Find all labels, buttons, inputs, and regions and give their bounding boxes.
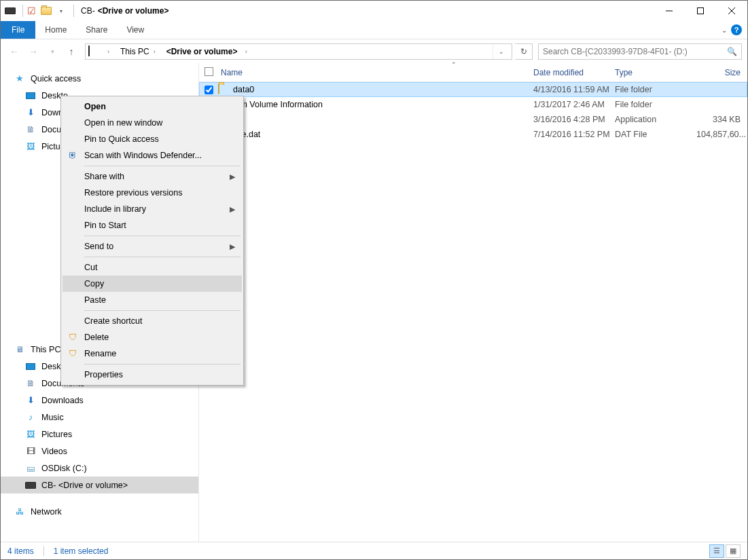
ctx-scan-defender[interactable]: ⛨Scan with Windows Defender...: [63, 147, 242, 164]
search-placeholder: Search CB-{C2033993-97D8-4F01- (D:): [543, 47, 688, 56]
app-icon: [5, 5, 16, 16]
file-row[interactable]: tem Volume Information1/31/2017 2:46 AMF…: [199, 97, 747, 112]
submenu-arrow-icon: ▶: [230, 205, 235, 214]
ctx-share-with[interactable]: Share with▶: [63, 168, 242, 185]
submenu-arrow-icon: ▶: [230, 242, 235, 251]
ctx-create-shortcut[interactable]: Create shortcut: [63, 313, 242, 329]
file-tab[interactable]: File: [1, 21, 35, 39]
ctx-paste[interactable]: Paste: [63, 292, 242, 308]
tab-home[interactable]: Home: [35, 21, 76, 39]
view-icons-button[interactable]: ▦: [726, 544, 741, 558]
ribbon-expand-icon[interactable]: ⌄: [722, 26, 727, 34]
network-icon: 🖧: [14, 506, 25, 517]
ctx-properties[interactable]: Properties: [63, 367, 242, 383]
file-list-pane: ⌃ Name Date modified Type Size data04/13…: [199, 63, 747, 542]
address-drive-icon: [88, 46, 99, 57]
nav-pc-music[interactable]: ♪Music: [1, 409, 198, 426]
help-icon[interactable]: ?: [731, 24, 742, 35]
ctx-pin-quick-access[interactable]: Pin to Quick access: [63, 131, 242, 147]
file-date: 3/16/2016 4:28 PM: [533, 115, 615, 124]
minimize-button[interactable]: [654, 1, 685, 21]
file-type: DAT File: [615, 130, 696, 139]
file-name: tem Volume Information: [233, 100, 323, 109]
breadcrumb-root-chevron[interactable]: ›: [102, 48, 115, 55]
address-dropdown-button[interactable]: ⌄: [493, 44, 509, 59]
ctx-restore-versions[interactable]: Restore previous versions: [63, 185, 242, 201]
tab-view[interactable]: View: [117, 21, 154, 39]
nav-pc-pictures[interactable]: 🖼Pictures: [1, 426, 198, 443]
maximize-button[interactable]: [685, 1, 716, 21]
tab-share[interactable]: Share: [76, 21, 117, 39]
ctx-pin-start[interactable]: Pin to Start: [63, 217, 242, 234]
ctx-cut[interactable]: Cut: [63, 259, 242, 276]
ctx-rename[interactable]: 🛡Rename: [63, 346, 242, 362]
ctx-delete[interactable]: 🛡Delete: [63, 329, 242, 346]
file-explorer-window: ☑ ▾ CB- <Drive or volume> File Home Shar…: [0, 0, 748, 560]
file-row[interactable]: data04/13/2016 11:59 AMFile folder: [199, 82, 747, 97]
status-bar: 4 items 1 item selected ☰ ▦: [1, 542, 747, 559]
file-name: data0: [233, 85, 254, 94]
file-icon: [218, 84, 229, 95]
nav-forward-button[interactable]: →: [25, 43, 41, 60]
file-date: 4/13/2016 11:59 AM: [533, 85, 615, 94]
title-bar: ☑ ▾ CB- <Drive or volume>: [1, 1, 747, 21]
col-type[interactable]: Type: [615, 68, 696, 77]
shield-icon: 🛡: [67, 331, 79, 343]
close-button[interactable]: [716, 1, 747, 21]
nav-pc-osdisk[interactable]: 🖴OSDisk (C:): [1, 460, 198, 477]
nav-network[interactable]: 🖧Network: [1, 503, 198, 520]
picture-icon: 🖼: [25, 141, 36, 152]
window-title: CB- <Drive or volume>: [77, 6, 168, 16]
col-name[interactable]: Name: [218, 68, 533, 77]
disk-icon: 🖴: [25, 463, 36, 474]
nav-back-button[interactable]: ←: [6, 43, 22, 60]
column-headers[interactable]: ⌃ Name Date modified Type Size: [199, 63, 747, 82]
document-icon: 🗎: [25, 378, 36, 389]
file-list: data04/13/2016 11:59 AMFile foldertem Vo…: [199, 82, 747, 142]
ctx-send-to[interactable]: Send to▶: [63, 238, 242, 255]
file-size: 104,857,60...: [696, 130, 747, 139]
pc-icon: 🖥: [14, 344, 25, 355]
drive-icon: [25, 480, 36, 491]
monitor-icon: [25, 361, 36, 372]
nav-quick-access[interactable]: ★Quick access: [1, 70, 198, 87]
document-icon: 🗎: [25, 124, 36, 135]
col-date[interactable]: Date modified: [533, 68, 615, 77]
download-icon: ⬇: [25, 107, 36, 118]
music-icon: ♪: [25, 412, 36, 423]
address-bar[interactable]: › This PC› <Drive or volume> › ⌄: [85, 43, 512, 60]
ctx-include-library[interactable]: Include in library▶: [63, 201, 242, 217]
nav-pc-videos[interactable]: 🎞Videos: [1, 443, 198, 460]
shield-icon: ⛨: [67, 149, 79, 162]
nav-pc-cbdrive[interactable]: CB- <Drive or volume>: [1, 477, 198, 493]
view-details-button[interactable]: ☰: [709, 544, 724, 558]
col-size[interactable]: Size: [696, 68, 747, 77]
nav-pc-downloads[interactable]: ⬇Downloads: [1, 392, 198, 409]
quick-check-icon[interactable]: ☑: [26, 5, 37, 16]
file-date: 7/14/2016 11:52 PM: [533, 130, 615, 139]
monitor-icon: [25, 90, 36, 101]
search-box[interactable]: Search CB-{C2033993-97D8-4F01- (D:) 🔍: [538, 43, 742, 60]
breadcrumb-this-pc[interactable]: This PC›: [118, 47, 161, 56]
refresh-button[interactable]: ↻: [515, 43, 533, 60]
download-icon: ⬇: [25, 395, 36, 406]
file-size: 334 KB: [696, 115, 747, 124]
file-row[interactable]: 3/16/2016 4:28 PMApplication334 KB: [199, 112, 747, 127]
row-checkbox[interactable]: [204, 86, 213, 94]
nav-recent-dropdown[interactable]: ▾: [44, 43, 60, 60]
file-type: File folder: [615, 85, 696, 94]
video-icon: 🎞: [25, 446, 36, 457]
ctx-open[interactable]: Open: [63, 98, 242, 115]
quick-folder-icon[interactable]: [41, 5, 52, 16]
ctx-copy[interactable]: Copy: [63, 276, 242, 292]
ctx-open-new[interactable]: Open in new window: [63, 115, 242, 131]
quick-dropdown-icon[interactable]: ▾: [56, 5, 67, 16]
sort-indicator-icon: ⌃: [451, 61, 457, 68]
search-icon: 🔍: [727, 47, 737, 56]
nav-up-button[interactable]: ↑: [63, 43, 79, 60]
breadcrumb-volume[interactable]: <Drive or volume> ›: [164, 47, 253, 56]
file-row[interactable]: tfile.dat7/14/2016 11:52 PMDAT File104,8…: [199, 127, 747, 142]
status-item-count: 4 items: [7, 546, 34, 556]
file-type: File folder: [615, 100, 696, 109]
select-all-checkbox[interactable]: [204, 67, 213, 76]
